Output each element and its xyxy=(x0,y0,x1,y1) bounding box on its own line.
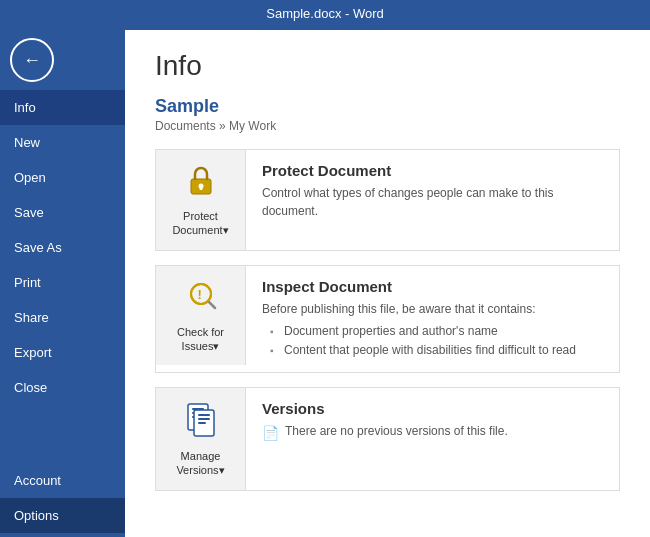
protect-document-card: ProtectDocument▾ Protect Document Contro… xyxy=(155,149,620,251)
sidebar-bottom: Account Options xyxy=(0,463,125,537)
sidebar-item-save[interactable]: Save xyxy=(0,195,125,230)
sidebar-item-options[interactable]: Options xyxy=(0,498,125,533)
sidebar-item-save-as[interactable]: Save As xyxy=(0,230,125,265)
inspect-list: Document properties and author's name Co… xyxy=(270,322,603,360)
inspect-desc: Before publishing this file, be aware th… xyxy=(262,300,603,360)
versions-icon xyxy=(182,400,220,445)
inspect-content: Inspect Document Before publishing this … xyxy=(246,266,619,372)
versions-card: ManageVersions▾ Versions 📄 There are no … xyxy=(155,387,620,491)
breadcrumb: Documents » My Work xyxy=(155,119,620,133)
svg-rect-12 xyxy=(198,418,210,420)
svg-text:!: ! xyxy=(197,287,201,302)
svg-rect-2 xyxy=(199,186,202,190)
back-button[interactable]: ← xyxy=(10,38,54,82)
versions-label: ManageVersions▾ xyxy=(176,449,224,478)
sidebar: ← Info New Open Save Save As Print Share… xyxy=(0,30,125,537)
sidebar-item-info[interactable]: Info xyxy=(0,90,125,125)
inspect-title: Inspect Document xyxy=(262,278,603,295)
versions-doc-icon: 📄 xyxy=(262,423,279,444)
sidebar-item-export[interactable]: Export xyxy=(0,335,125,370)
versions-desc: 📄 There are no previous versions of this… xyxy=(262,422,603,444)
inspect-label: Check forIssues▾ xyxy=(177,325,224,354)
inspect-list-item-2: Content that people with disabilities fi… xyxy=(270,341,603,360)
page-title: Info xyxy=(155,50,620,82)
content-area: Info Sample Documents » My Work ProtectD… xyxy=(125,30,650,537)
protect-label: ProtectDocument▾ xyxy=(172,209,228,238)
document-name: Sample xyxy=(155,96,620,117)
inspect-document-card: ! Check forIssues▾ Inspect Document Befo… xyxy=(155,265,620,373)
inspect-icon: ! xyxy=(183,278,219,321)
versions-title: Versions xyxy=(262,400,603,417)
sidebar-spacer xyxy=(0,405,125,463)
sidebar-item-new[interactable]: New xyxy=(0,125,125,160)
sidebar-item-share[interactable]: Share xyxy=(0,300,125,335)
main-layout: ← Info New Open Save Save As Print Share… xyxy=(0,30,650,537)
inspect-list-item-1: Document properties and author's name xyxy=(270,322,603,341)
protect-title: Protect Document xyxy=(262,162,603,179)
svg-rect-13 xyxy=(198,422,206,424)
protect-desc: Control what types of changes people can… xyxy=(262,184,603,220)
sidebar-item-account[interactable]: Account xyxy=(0,463,125,498)
sidebar-item-close[interactable]: Close xyxy=(0,370,125,405)
title-text: Sample.docx - Word xyxy=(266,6,384,21)
inspect-icon-area[interactable]: ! Check forIssues▾ xyxy=(156,266,246,366)
back-icon: ← xyxy=(23,50,41,71)
versions-icon-area[interactable]: ManageVersions▾ xyxy=(156,388,246,490)
svg-rect-11 xyxy=(198,414,210,416)
sidebar-item-print[interactable]: Print xyxy=(0,265,125,300)
versions-content: Versions 📄 There are no previous version… xyxy=(246,388,619,456)
lock-icon xyxy=(183,162,219,205)
sidebar-item-open[interactable]: Open xyxy=(0,160,125,195)
protect-icon-area[interactable]: ProtectDocument▾ xyxy=(156,150,246,250)
protect-content: Protect Document Control what types of c… xyxy=(246,150,619,232)
title-bar: Sample.docx - Word xyxy=(0,0,650,30)
